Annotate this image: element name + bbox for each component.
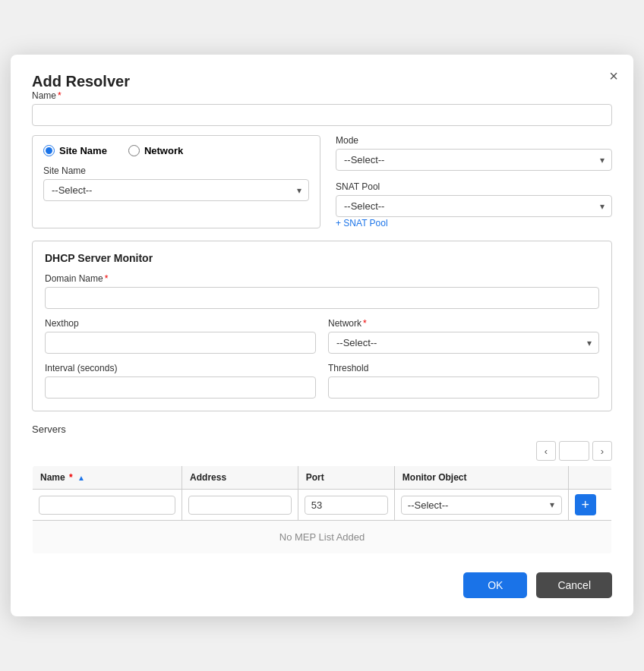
snat-pool-field: SNAT Pool --Select-- ▾ + SNAT Pool bbox=[336, 181, 612, 228]
network-field: Network* --Select-- ▾ bbox=[328, 318, 599, 354]
port-input-cell bbox=[298, 490, 394, 521]
interval-field: Interval (seconds) bbox=[45, 363, 316, 399]
threshold-field: Threshold bbox=[328, 363, 599, 399]
dhcp-server-monitor-box: DHCP Server Monitor Domain Name* Nexthop… bbox=[32, 241, 612, 411]
name-sort-icon[interactable]: ▲ bbox=[77, 474, 85, 482]
cancel-button[interactable]: Cancel bbox=[536, 572, 612, 598]
add-snat-pool-link[interactable]: + SNAT Pool bbox=[336, 218, 388, 228]
name-section: Name* bbox=[32, 90, 612, 126]
prev-page-button[interactable]: ‹ bbox=[536, 441, 556, 461]
interval-label: Interval (seconds) bbox=[45, 363, 316, 373]
network-label: Network* bbox=[328, 318, 599, 329]
interval-threshold-row: Interval (seconds) Threshold bbox=[45, 363, 599, 399]
pagination-row: ‹ › bbox=[32, 441, 612, 461]
dhcp-title: DHCP Server Monitor bbox=[45, 252, 599, 264]
network-radio-label[interactable]: Network bbox=[128, 145, 183, 156]
network-radio[interactable] bbox=[128, 145, 140, 156]
table-header-row: Name * ▲ Address Port Monitor Object bbox=[33, 466, 612, 490]
site-name-select[interactable]: --Select-- bbox=[43, 179, 309, 201]
add-server-button[interactable]: + bbox=[575, 494, 596, 515]
domain-name-label: Domain Name* bbox=[45, 273, 599, 284]
mode-select-wrap: --Select-- ▾ bbox=[336, 149, 612, 171]
no-data-message: No MEP List Added bbox=[33, 521, 612, 554]
col-action-header bbox=[568, 466, 611, 490]
mode-field: Mode --Select-- ▾ bbox=[336, 135, 612, 171]
address-input-cell bbox=[182, 490, 298, 521]
name-input[interactable] bbox=[32, 104, 612, 126]
site-name-radio-label[interactable]: Site Name bbox=[43, 145, 107, 156]
domain-name-input[interactable] bbox=[45, 287, 599, 309]
close-button[interactable]: × bbox=[609, 68, 618, 83]
monitor-object-cell: --Select-- ▾ bbox=[394, 490, 568, 521]
col-monitor-header: Monitor Object bbox=[394, 466, 568, 490]
network-select-wrap: --Select-- ▾ bbox=[328, 332, 599, 354]
servers-table: Name * ▲ Address Port Monitor Object bbox=[32, 465, 612, 554]
snat-pool-select-wrap: --Select-- ▾ bbox=[336, 195, 612, 217]
threshold-input[interactable] bbox=[328, 376, 599, 399]
mid-section: Site Name Network Site Name --Select-- ▾… bbox=[32, 135, 612, 228]
server-name-input[interactable] bbox=[39, 496, 175, 515]
server-address-input[interactable] bbox=[188, 496, 292, 515]
name-label: Name* bbox=[32, 90, 612, 101]
mode-label: Mode bbox=[336, 135, 612, 146]
col-port-header: Port bbox=[298, 466, 394, 490]
col-address-header: Address bbox=[182, 466, 298, 490]
col-name-header: Name * ▲ bbox=[33, 466, 182, 490]
snat-pool-select[interactable]: --Select-- bbox=[336, 195, 612, 217]
dialog-title: Add Resolver bbox=[32, 73, 130, 90]
ok-button[interactable]: OK bbox=[463, 572, 527, 598]
mode-select[interactable]: --Select-- bbox=[336, 149, 612, 171]
servers-label: Servers bbox=[32, 424, 612, 435]
name-input-cell bbox=[33, 490, 182, 521]
table-input-row: --Select-- ▾ + bbox=[33, 490, 612, 521]
nexthop-network-row: Nexthop Network* --Select-- ▾ bbox=[45, 318, 599, 354]
site-name-select-wrap: --Select-- ▾ bbox=[43, 179, 309, 201]
server-port-input[interactable] bbox=[305, 496, 388, 515]
radio-row: Site Name Network bbox=[43, 145, 309, 156]
add-resolver-dialog: Add Resolver × Name* Site Name Network S… bbox=[11, 55, 633, 616]
servers-section: Servers ‹ › Name * ▲ Address Port bbox=[32, 424, 612, 554]
domain-name-field: Domain Name* bbox=[45, 273, 599, 309]
nexthop-input[interactable] bbox=[45, 332, 316, 354]
mode-snat-section: Mode --Select-- ▾ SNAT Pool --Select-- ▾… bbox=[336, 135, 612, 228]
network-select[interactable]: --Select-- bbox=[328, 332, 599, 354]
nexthop-field: Nexthop bbox=[45, 318, 316, 354]
interval-input[interactable] bbox=[45, 376, 316, 399]
add-server-cell: + bbox=[568, 490, 611, 521]
threshold-label: Threshold bbox=[328, 363, 599, 373]
dialog-footer: OK Cancel bbox=[32, 572, 612, 598]
site-name-field-label: Site Name bbox=[43, 165, 309, 176]
snat-pool-label: SNAT Pool bbox=[336, 181, 612, 192]
nexthop-label: Nexthop bbox=[45, 318, 316, 329]
next-page-button[interactable]: › bbox=[592, 441, 612, 461]
monitor-object-select[interactable]: --Select-- bbox=[401, 496, 562, 515]
site-network-box: Site Name Network Site Name --Select-- ▾ bbox=[32, 135, 320, 228]
page-number-input[interactable] bbox=[559, 441, 589, 461]
monitor-object-select-wrap: --Select-- ▾ bbox=[401, 496, 562, 515]
site-name-radio[interactable] bbox=[43, 145, 55, 156]
no-data-row: No MEP List Added bbox=[33, 521, 612, 554]
